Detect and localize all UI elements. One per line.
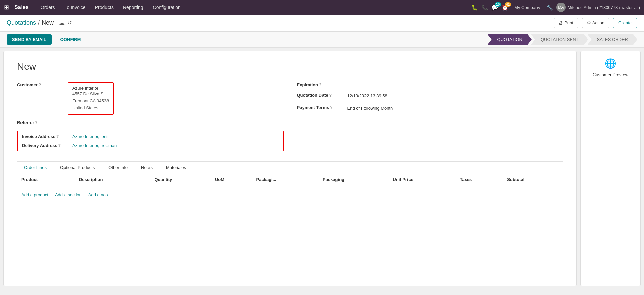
add-links: Add a product Add a section Add a note [17,189,563,201]
col-quantity: Quantity [150,174,211,185]
expiration-help-icon[interactable]: ? [319,83,321,87]
tab-optional-products[interactable]: Optional Products [53,162,101,174]
tab-order-lines[interactable]: Order Lines [17,162,53,174]
quotation-date-row: Quotation Date ? 12/13/2022 13:39:58 [297,93,563,100]
nav-products[interactable]: Products [91,3,118,11]
nav-reporting[interactable]: Reporting [119,3,147,11]
printer-icon: 🖨 [559,20,563,26]
tabs-area: Order Lines Optional Products Other Info… [17,161,563,201]
quotation-date-label: Quotation Date ? [297,93,344,98]
clock-badge: 41 [505,2,511,7]
status-quotation[interactable]: QUOTATION [488,34,532,45]
grid-menu-icon[interactable]: ⊞ [4,4,9,11]
delivery-address-value[interactable]: Azure Interior, freeman [72,143,117,148]
delivery-address-help-icon[interactable]: ? [58,143,61,148]
customer-value-box[interactable]: Azure Interior 4557 De Silva St Fremont … [68,82,114,115]
top-navigation: ⊞ Sales Orders To Invoice Products Repor… [0,0,644,15]
form-right: Expiration ? Quotation Date ? 12/13/2022… [297,82,563,151]
customer-name: Azure Interior [72,86,109,91]
invoice-address-row: Invoice Address ? Azure Interior, jeni [22,134,279,139]
breadcrumb-separator: / [38,19,40,27]
col-uom: UoM [211,174,252,185]
customer-label: Customer ? [17,82,64,87]
breadcrumb-bar: Quotations / New ☁ ↺ 🖨 Print ⚙ Action Cr… [0,15,644,32]
customer-address-line2: Fremont CA 94538 [72,98,109,105]
company-name: My Company [514,5,540,10]
header-actions: 🖨 Print ⚙ Action Create [554,18,637,28]
referrer-field-row: Referrer ? [17,120,284,125]
breadcrumb-quotations[interactable]: Quotations [7,19,36,27]
customer-address-line3: United States [72,105,109,112]
invoice-address-value[interactable]: Azure Interior, jeni [72,134,108,139]
discard-icon[interactable]: ↺ [67,20,72,26]
add-product-link[interactable]: Add a product [21,192,48,197]
sidebar-panel: 🌐 Customer Preview [580,51,641,286]
gear-icon: ⚙ [587,20,591,26]
chat-icon[interactable]: 💬 10 [491,4,498,11]
invoice-address-help-icon[interactable]: ? [56,134,59,139]
expiration-label: Expiration ? [297,82,344,87]
confirm-button[interactable]: CONFIRM [55,34,86,45]
app-brand[interactable]: Sales [14,4,29,10]
print-button[interactable]: 🖨 Print [554,18,578,28]
breadcrumb-current: New [42,19,54,27]
status-pipeline: QUOTATION QUOTATION SENT SALES ORDER [488,34,637,45]
col-packaging: Packaging [318,174,389,185]
quotation-date-help-icon[interactable]: ? [329,93,332,98]
address-fields-box: Invoice Address ? Azure Interior, jeni D… [17,131,284,151]
form-left: Customer ? Azure Interior 4557 De Silva … [17,82,284,151]
send-email-button[interactable]: SEND BY EMAIL [7,34,52,45]
col-taxes: Taxes [456,174,503,185]
status-quotation-sent[interactable]: QUOTATION SENT [531,34,588,45]
save-icon[interactable]: ☁ [59,20,65,26]
col-unit-price: Unit Price [389,174,456,185]
user-name: Mitchell Admin (21800778-master-all) [568,5,640,10]
empty-table-row [17,185,563,189]
payment-terms-row: Payment Terms ? End of Following Month [297,105,563,112]
action-button[interactable]: ⚙ Action [582,18,609,28]
tab-materiales[interactable]: Materiales [159,162,193,174]
payment-terms-value[interactable]: End of Following Month [347,105,393,112]
phone-icon[interactable]: 📞 [481,4,488,11]
tab-notes[interactable]: Notes [134,162,159,174]
col-product: Product [17,174,75,185]
col-packaging-dots: Packagi... [252,174,318,185]
payment-terms-help-icon[interactable]: ? [330,105,332,110]
add-note-link[interactable]: Add a note [88,192,110,197]
tabs-nav: Order Lines Optional Products Other Info… [17,162,563,174]
col-subtotal: Subtotal [503,174,563,185]
main-content: New Customer ? Azure Interior 4557 De Si… [0,48,644,289]
globe-icon[interactable]: 🌐 [605,58,616,69]
col-description: Description [75,174,151,185]
action-bar: SEND BY EMAIL CONFIRM QUOTATION QUOTATIO… [0,32,644,48]
referrer-help-icon[interactable]: ? [35,120,38,125]
expiration-field-row: Expiration ? [297,82,563,87]
avatar: MA [556,3,566,12]
nav-configuration[interactable]: Configuration [149,3,185,11]
form-area: New Customer ? Azure Interior 4557 De Si… [3,51,577,286]
bug-icon[interactable]: 🐛 [471,4,478,11]
nav-to-invoice[interactable]: To Invoice [60,3,90,11]
chat-badge: 10 [495,2,501,7]
delivery-address-row: Delivery Address ? Azure Interior, freem… [22,143,279,148]
customer-field-row: Customer ? Azure Interior 4557 De Silva … [17,82,284,115]
customer-help-icon[interactable]: ? [39,83,41,87]
user-menu[interactable]: MA Mitchell Admin (21800778-master-all) [556,3,640,12]
clock-icon[interactable]: ⏰ 41 [502,4,508,11]
nav-orders[interactable]: Orders [37,3,59,11]
order-lines-table: Product Description Quantity UoM Packagi… [17,174,563,189]
add-section-link[interactable]: Add a section [55,192,82,197]
customer-address-line1: 4557 De Silva St [72,91,109,98]
form-title: New [17,61,563,72]
tab-other-info[interactable]: Other Info [101,162,134,174]
delivery-address-label: Delivery Address ? [22,143,69,148]
sidebar-customer-preview-label[interactable]: Customer Preview [593,72,628,78]
referrer-label: Referrer ? [17,120,64,125]
breadcrumb: Quotations / New ☁ ↺ [7,19,554,27]
status-sales-order[interactable]: SALES ORDER [588,34,637,45]
payment-terms-label: Payment Terms ? [297,105,344,110]
invoice-address-label: Invoice Address ? [22,134,69,139]
quotation-date-value[interactable]: 12/13/2022 13:39:58 [347,93,387,100]
tools-icon[interactable]: 🔧 [546,4,553,11]
create-button[interactable]: Create [613,18,637,28]
